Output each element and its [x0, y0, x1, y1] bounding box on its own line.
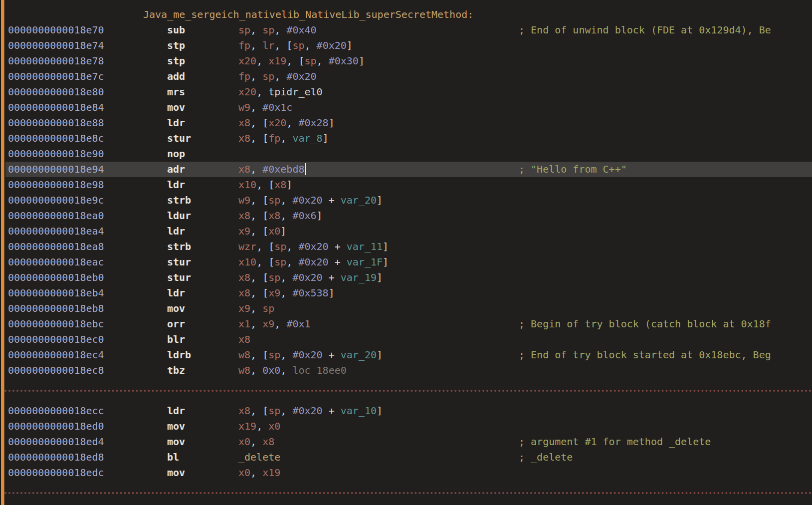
instruction-row[interactable]: 0000000000018e9cstrbw9, [sp, #0x20 + var…	[0, 193, 812, 208]
punctuation-token: ,	[256, 55, 268, 67]
punctuation-token: ,	[280, 349, 292, 361]
punctuation-token: ,	[280, 405, 292, 417]
register-token: x8	[262, 436, 274, 448]
symbol-token[interactable]: _delete	[238, 451, 280, 463]
punctuation-token: ,	[280, 210, 292, 222]
instruction-row[interactable]: 0000000000018ebcorrx1, x9, #0x1; Begin o…	[0, 316, 812, 332]
instruction-row[interactable]: 0000000000018ea8strbwzr, [sp, #0x20 + va…	[0, 239, 812, 254]
instruction-operands: x8, #0xebd8	[238, 162, 306, 177]
instruction-operands: x8, [sp, #0x20 + var_19]	[238, 270, 383, 285]
instruction-operands: fp, sp, #0x20	[238, 69, 317, 84]
immediate-token: #0x6	[292, 210, 316, 222]
instruction-row[interactable]: 0000000000018e84movw9, #0x1c	[0, 100, 812, 115]
punctuation-token: ,	[274, 24, 286, 36]
instruction-row[interactable]: 0000000000018eacsturx10, [sp, #0x20 + va…	[0, 254, 812, 270]
punctuation-token: , [	[250, 117, 268, 129]
instruction-row[interactable]: 0000000000018eb0sturx8, [sp, #0x20 + var…	[0, 270, 812, 285]
function-label[interactable]: Java_me_sergeich_nativelib_NativeLib_sup…	[143, 7, 473, 22]
punctuation-token: ,	[280, 194, 292, 206]
instruction-row[interactable]: 0000000000018e78stpx20, x19, [sp, #0x30]	[0, 53, 812, 69]
punctuation-token: , [	[250, 405, 268, 417]
stack-var-token[interactable]: var_19	[341, 271, 377, 283]
instruction-row[interactable]: 0000000000018eccldrx8, [sp, #0x20 + var_…	[0, 403, 812, 419]
stack-var-token[interactable]: var_8	[292, 132, 322, 144]
instruction-row[interactable]: 0000000000018e70subsp, sp, #0x40; End of…	[0, 22, 812, 38]
punctuation-token: ]	[286, 179, 292, 191]
instruction-row[interactable]: 0000000000018ed4movx0, x8; argument #1 f…	[0, 434, 812, 450]
location-token[interactable]: loc_18ee0	[292, 364, 346, 376]
instruction-row-selected[interactable]: 0000000000018e94adrx8, #0xebd8; "Hello f…	[0, 162, 812, 177]
register-token: x19	[238, 420, 256, 432]
immediate-token: #0x1c	[262, 101, 292, 113]
instruction-row[interactable]: 0000000000018ed0movx19, x0	[0, 419, 812, 434]
instruction-row[interactable]: 0000000000018e98ldrx10, [x8]	[0, 177, 812, 193]
immediate-token: #0x30	[329, 55, 359, 67]
instruction-comment: ; Begin of try block (catch block at 0x1…	[519, 316, 771, 332]
instruction-mnemonic: mov	[167, 419, 185, 434]
instruction-address: 0000000000018ec0	[8, 332, 104, 347]
register-token: x20	[268, 117, 286, 129]
punctuation-token: ,	[250, 436, 262, 448]
instruction-row[interactable]: 0000000000018ea0ldurx8, [x8, #0x6]	[0, 208, 812, 224]
instruction-mnemonic: stur	[167, 254, 191, 270]
instruction-row[interactable]: 0000000000018ea4ldrx9, [x0]	[0, 224, 812, 239]
register-token: x8	[274, 179, 286, 191]
instruction-operands: x19, x0	[238, 419, 280, 434]
register-token: x9	[238, 302, 250, 314]
instruction-mnemonic: mov	[167, 301, 185, 316]
instruction-row[interactable]: 0000000000018e8csturx8, [fp, var_8]	[0, 131, 812, 146]
punctuation-token: +	[323, 405, 341, 417]
instruction-row[interactable]: 0000000000018e80mrsx20, tpidr_el0	[0, 84, 812, 100]
punctuation-token: ]	[377, 194, 383, 206]
instruction-operands: x9, [x0]	[238, 224, 286, 239]
instruction-comment: ; End of try block started at 0x18ebc, B…	[519, 347, 771, 363]
stack-var-token[interactable]: var_20	[341, 349, 377, 361]
instruction-row[interactable]: 0000000000018ec8tbzw8, 0x0, loc_18ee0	[0, 363, 812, 378]
disassembly-listing[interactable]: Java_me_sergeich_nativelib_NativeLib_sup…	[0, 0, 812, 505]
stack-var-token[interactable]: var_1F	[347, 256, 383, 268]
instruction-operands: x8, [fp, var_8]	[238, 131, 329, 146]
punctuation-token: ,	[274, 318, 286, 330]
immediate-token: #0x538	[292, 287, 328, 299]
punctuation-token: , [	[250, 132, 268, 144]
instruction-operands: x8, [x20, #0x28]	[238, 115, 335, 131]
block-separator	[0, 481, 812, 505]
instruction-row[interactable]: 0000000000018e88ldrx8, [x20, #0x28]	[0, 115, 812, 131]
instruction-address: 0000000000018eb8	[8, 301, 104, 316]
instruction-comment: ; _delete	[519, 450, 573, 465]
instruction-row[interactable]: 0000000000018e74stpfp, lr, [sp, #0x20]	[0, 38, 812, 53]
instruction-mnemonic: ldrb	[167, 347, 191, 363]
punctuation-token: , [	[256, 179, 274, 191]
instruction-row[interactable]: 0000000000018edcmovx0, x19	[0, 465, 812, 481]
instruction-row[interactable]: 0000000000018eb8movx9, sp	[0, 301, 812, 316]
instruction-mnemonic: mov	[167, 100, 185, 115]
punctuation-token: +	[323, 194, 341, 206]
instruction-row[interactable]: 0000000000018e7caddfp, sp, #0x20	[0, 69, 812, 84]
instruction-operands: x8	[238, 332, 250, 347]
register-token: x9	[262, 318, 274, 330]
instruction-comment: ; "Hello from C++"	[519, 162, 627, 177]
register-token: w9	[238, 101, 250, 113]
stack-var-token[interactable]: var_10	[341, 405, 377, 417]
stack-var-token[interactable]: var_20	[341, 194, 377, 206]
instruction-mnemonic: ldur	[167, 208, 191, 224]
instruction-mnemonic: adr	[167, 162, 185, 177]
register-token: sp	[292, 39, 304, 51]
instruction-row[interactable]: 0000000000018e90nop	[0, 146, 812, 162]
punctuation-token: ,	[250, 364, 262, 376]
instruction-row[interactable]: 0000000000018eb4ldrx8, [x9, #0x538]	[0, 285, 812, 301]
immediate-token: #0x20	[298, 256, 328, 268]
punctuation-token: ,	[305, 39, 317, 51]
instruction-address: 0000000000018ecc	[8, 403, 104, 419]
sysreg-token: tpidr_el0	[268, 86, 322, 98]
punctuation-token: , [	[250, 194, 268, 206]
function-label-row[interactable]: Java_me_sergeich_nativelib_NativeLib_sup…	[0, 7, 812, 22]
instruction-operands: x20, x19, [sp, #0x30]	[238, 53, 365, 69]
instruction-row[interactable]: 0000000000018ed8bl_delete; _delete	[0, 450, 812, 465]
punctuation-token: ]	[383, 256, 389, 268]
instruction-mnemonic: ldr	[167, 285, 185, 301]
instruction-row[interactable]: 0000000000018ec4ldrbw8, [sp, #0x20 + var…	[0, 347, 812, 363]
stack-var-token[interactable]: var_11	[347, 241, 383, 252]
punctuation-token: ]	[383, 241, 389, 252]
instruction-row[interactable]: 0000000000018ec0blrx8	[0, 332, 812, 347]
